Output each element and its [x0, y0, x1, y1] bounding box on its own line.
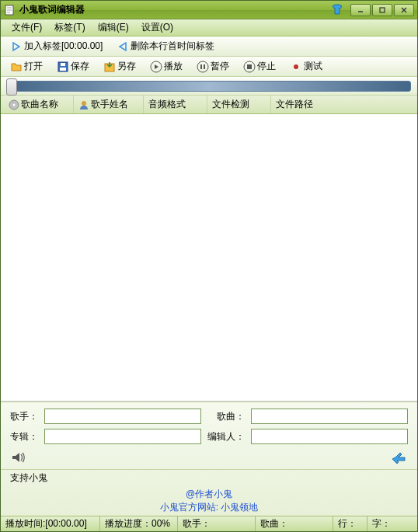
status-song: 歌曲： [256, 516, 333, 531]
add-tag-button[interactable]: 加入标签[00:00.00] [7, 38, 106, 54]
col-song-name[interactable]: 歌曲名称 [4, 96, 74, 113]
menu-file[interactable]: 文件(F) [5, 19, 48, 36]
svg-rect-9 [200, 64, 202, 69]
status-progress: 播放进度：00% [100, 516, 178, 531]
stop-button[interactable]: 停止 [240, 58, 279, 75]
bottom-panel: 歌手： 歌曲： 专辑： 编辑人： 支持小鬼 @作者小鬼 小鬼官方网站: 小鬼领地 [1, 402, 417, 516]
close-button[interactable] [394, 4, 414, 16]
minimize-button[interactable] [350, 4, 371, 16]
svg-rect-4 [61, 63, 65, 66]
pause-button[interactable]: 暂停 [193, 58, 232, 75]
svg-point-15 [13, 103, 16, 106]
tshirt-icon[interactable] [330, 3, 344, 17]
status-char: 字： [367, 516, 417, 531]
folder-open-icon [10, 61, 23, 73]
svg-point-16 [82, 101, 86, 106]
menu-settings[interactable]: 设置(O) [135, 19, 179, 36]
toolbar-tags: 加入标签[00:00.00] 删除本行首时间标签 [1, 37, 417, 57]
hand-point-icon[interactable] [391, 449, 408, 466]
open-button[interactable]: 打开 [7, 58, 46, 75]
site-label: 小鬼官方网站: [160, 502, 221, 513]
statusbar: 播放时间:[00:00.00] 播放进度：00% 歌手： 歌曲： 行： 字： [1, 516, 417, 531]
col-path[interactable]: 文件路径 [271, 96, 417, 113]
singer-label: 歌手： [10, 410, 38, 423]
window-title: 小鬼歌词编辑器 [19, 3, 330, 16]
delete-tag-button[interactable]: 删除本行首时间标签 [113, 38, 218, 54]
status-singer: 歌手： [178, 516, 256, 531]
menu-tags[interactable]: 标签(T) [48, 19, 91, 36]
editor-input[interactable] [251, 429, 408, 444]
author-link[interactable]: @作者小鬼 [186, 489, 232, 499]
menubar: 文件(F) 标签(T) 编辑(E) 设置(O) [1, 19, 417, 37]
menu-edit[interactable]: 编辑(E) [92, 19, 135, 36]
svg-point-8 [197, 61, 208, 72]
saveas-icon [103, 61, 116, 73]
titlebar: 小鬼歌词编辑器 [1, 1, 417, 19]
singer-input[interactable] [44, 409, 201, 424]
progress-slider[interactable] [7, 81, 411, 92]
person-icon [78, 99, 89, 110]
disc-icon [9, 99, 19, 110]
saveas-label: 另存 [117, 60, 136, 73]
svg-rect-5 [60, 68, 66, 71]
save-button[interactable]: 保存 [54, 58, 92, 75]
maximize-button[interactable] [372, 4, 392, 16]
play-label: 播放 [164, 60, 183, 73]
toolbar-file: 打开 保存 另存 播放 暂停 停止 测试 [1, 57, 417, 77]
svg-point-13 [294, 64, 298, 69]
save-label: 保存 [71, 60, 89, 73]
song-list[interactable] [1, 114, 417, 402]
stop-label: 停止 [257, 60, 276, 73]
floppy-icon [57, 61, 69, 73]
add-tag-label: 加入标签[00:00.00] [24, 40, 103, 53]
test-label: 测试 [304, 60, 322, 73]
play-right-icon [10, 40, 23, 53]
test-button[interactable]: 测试 [287, 58, 326, 75]
play-icon [150, 61, 162, 73]
pause-icon [197, 61, 209, 73]
song-label: 歌曲： [207, 410, 245, 423]
site-link[interactable]: 小鬼领地 [221, 502, 258, 513]
play-button[interactable]: 播放 [147, 58, 186, 75]
app-icon [4, 4, 16, 16]
progress-slider-row [1, 77, 417, 96]
delete-tag-label: 删除本行首时间标签 [131, 40, 214, 53]
svg-rect-2 [380, 8, 385, 12]
support-label: 支持小鬼 [1, 469, 417, 486]
col-format[interactable]: 音频格式 [144, 96, 207, 113]
pause-label: 暂停 [211, 60, 229, 73]
saveas-button[interactable]: 另存 [100, 58, 139, 75]
song-input[interactable] [251, 409, 408, 424]
status-line: 行： [333, 516, 367, 531]
links: @作者小鬼 小鬼官方网站: 小鬼领地 [1, 486, 417, 516]
meta-form: 歌手： 歌曲： 专辑： 编辑人： [1, 402, 417, 449]
speaker-icon[interactable] [10, 449, 27, 466]
album-label: 专辑： [10, 430, 38, 443]
svg-rect-12 [247, 64, 252, 69]
col-check[interactable]: 文件检测 [207, 96, 271, 113]
list-columns: 歌曲名称 歌手姓名 音频格式 文件检测 文件路径 [1, 96, 417, 114]
album-input[interactable] [44, 429, 201, 444]
status-play-time: 播放时间:[00:00.00] [1, 516, 100, 531]
open-label: 打开 [24, 60, 43, 73]
stop-icon [243, 61, 256, 73]
sound-row [1, 449, 417, 469]
svg-rect-10 [204, 64, 205, 69]
slider-thumb[interactable] [6, 78, 17, 96]
app-window: 小鬼歌词编辑器 文件(F) 标签(T) 编辑(E) 设置(O) 加入标签[00:… [0, 0, 418, 532]
dot-icon [290, 61, 302, 73]
play-left-icon [117, 40, 129, 53]
editor-label: 编辑人： [207, 430, 245, 443]
col-singer[interactable]: 歌手姓名 [74, 96, 144, 113]
